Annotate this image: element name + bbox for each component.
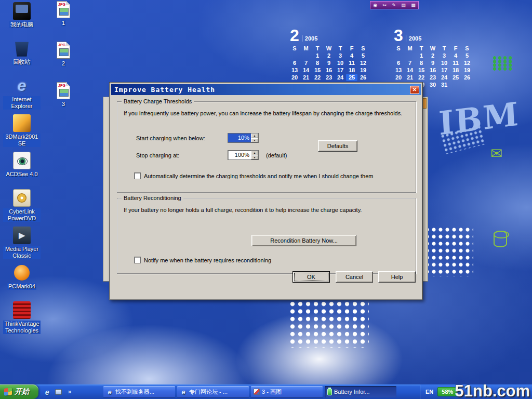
database-cylinder-icon	[494, 231, 507, 247]
camera-icon[interactable]: ◉	[373, 3, 377, 8]
desktop-icon-label: ThinkVantage Technologies	[3, 321, 41, 334]
weekday-label: W	[427, 45, 438, 52]
desktop-icon-powerdvd[interactable]: CyberLink PowerDVD	[3, 189, 41, 222]
reconditioning-description: If your battery no longer holds a full c…	[124, 207, 411, 214]
desktop-icon-3dmark2001[interactable]: 3DMark2001 SE	[3, 114, 41, 147]
calendar-day: 8	[416, 59, 427, 66]
weekday-label: T	[416, 45, 427, 52]
chevron-overflow-icon[interactable]: »	[65, 388, 74, 396]
jpg-badge: JPG	[58, 2, 65, 7]
desktop-icon-thinkvantage[interactable]: ThinkVantage Technologies	[3, 301, 41, 334]
jpg-file-icon[interactable]: JPG1	[57, 1, 70, 26]
calendar-day: 14	[300, 66, 312, 74]
start-button[interactable]: 开始	[0, 384, 38, 399]
reconditioning-group-title: Battery Reconditioning	[122, 195, 183, 202]
auto-determine-checkbox[interactable]	[134, 172, 141, 179]
desktop-icon-mpc[interactable]: ▶Media Player Classic	[3, 227, 41, 259]
pcmark04-icon	[14, 265, 30, 281]
defaults-button[interactable]: Defaults	[318, 140, 357, 152]
scissors-icon[interactable]: ✂	[382, 3, 387, 8]
start-threshold-input[interactable]: 10% ▲ ▼	[228, 133, 259, 143]
recondition-battery-button[interactable]: Recondition Battery Now...	[251, 235, 356, 246]
calendar-day: 31	[438, 81, 450, 88]
calendar-day: 25	[346, 74, 357, 81]
close-button[interactable]: ✕	[410, 86, 419, 94]
desktop-icon-recycle-bin[interactable]: 回收站	[3, 39, 41, 65]
taskbar-task[interactable]: 3 - 画图	[251, 386, 323, 397]
desktop-icon-label: ACDSee 4.0	[5, 171, 38, 178]
weekday-label: M	[300, 45, 312, 52]
taskbar-task[interactable]: Battery Infor...	[325, 386, 396, 397]
calendar-week-row: 6789101112	[393, 59, 475, 66]
desktop-icon-acdsee[interactable]: ACDSee 4.0	[3, 152, 41, 178]
calendar-year: 2005	[302, 35, 317, 42]
spin-up-button[interactable]: ▲	[251, 134, 258, 138]
weekday-label: T	[438, 45, 450, 52]
calendar-week-row: 12345	[393, 52, 475, 59]
default-note: (default)	[266, 152, 287, 158]
jpg-file-icon[interactable]: JPG2	[57, 42, 70, 67]
battery-icon	[327, 389, 332, 395]
calendar-day: 9	[323, 59, 335, 66]
desktop-icon-label: Media Player Classic	[3, 246, 41, 259]
grid-decoration-icon	[493, 56, 513, 71]
wallpaper-dots-center	[290, 301, 369, 348]
show-desktop-icon[interactable]	[55, 389, 62, 395]
spin-down-button[interactable]: ▼	[251, 155, 258, 160]
taskbar: 开始 e » e找不到服务器...e专门网论坛 - ...3 - 画图Batte…	[0, 384, 532, 399]
calendar-week-row: 20212223242526	[393, 74, 475, 81]
weekday-label: T	[335, 45, 346, 52]
thresholds-description: If you infrequently use battery power, y…	[124, 110, 411, 117]
desktop-icon-internet-explorer[interactable]: eInternet Explorer	[3, 77, 41, 110]
calendar-day: 15	[312, 66, 323, 74]
taskbar-task[interactable]: e找不到服务器...	[103, 386, 175, 397]
stop-threshold-input[interactable]: 100% ▲ ▼	[228, 150, 259, 160]
cancel-button[interactable]: Cancel	[336, 271, 373, 283]
task-label: Battery Infor...	[334, 389, 369, 395]
ok-button[interactable]: OK	[292, 271, 330, 283]
desktop-icon-pcmark04[interactable]: PCMark04	[3, 264, 41, 290]
stop-charging-label: Stop charging at:	[136, 152, 179, 158]
calendar-day: 14	[404, 66, 416, 74]
calendar-day: 30	[427, 81, 438, 88]
taskbar-task[interactable]: e专门网论坛 - ...	[177, 386, 249, 397]
paint-icon	[254, 389, 260, 395]
ie-quicklaunch-icon[interactable]: e	[43, 388, 51, 396]
ie-icon: e	[180, 388, 187, 395]
spin-up-button[interactable]: ▲	[251, 151, 258, 155]
calendar-day: 16	[427, 66, 438, 74]
calendar-week-row: 6789101112	[289, 59, 371, 66]
help-button[interactable]: Help	[378, 271, 416, 283]
spin-down-button[interactable]: ▼	[251, 138, 258, 143]
mpc-icon: ▶	[13, 227, 31, 244]
calendar-day: 23	[427, 74, 438, 81]
calendar-day: 24	[335, 74, 346, 81]
grid-icon[interactable]: ▦	[411, 3, 416, 8]
calendar-month-number: 2	[290, 28, 299, 43]
recycle-bin-icon	[13, 39, 31, 57]
weekday-label: F	[450, 45, 461, 52]
calendar-day	[450, 81, 461, 88]
calendar-day	[300, 52, 312, 59]
calendar-day: 26	[357, 74, 369, 81]
desktop-icon-my-computer[interactable]: 我的电脑	[3, 2, 41, 28]
dialog-titlebar[interactable]: Improve Battery Health ✕	[111, 84, 421, 95]
jpg-badge: JPG	[58, 43, 65, 47]
calendar-day	[461, 81, 473, 88]
auto-determine-row: Automatically determine the charging thr…	[134, 172, 373, 179]
jpg-icon: JPG	[57, 1, 70, 18]
capture-toolbar[interactable]: ◉ ✂ ✎ ▤ ▦	[370, 1, 419, 9]
notify-reconditioning-checkbox[interactable]	[134, 257, 141, 263]
doc-icon[interactable]: ▤	[401, 3, 406, 8]
start-threshold-value: 10%	[228, 134, 251, 142]
pen-icon[interactable]: ✎	[392, 3, 396, 8]
jpg-file-icon[interactable]: JPG3	[57, 82, 70, 108]
weekday-label: W	[323, 45, 335, 52]
battery-health-dialog: Improve Battery Health ✕ Battery Charge …	[109, 82, 423, 300]
jpg-file-column: JPG1JPG2JPG3	[52, 1, 75, 123]
weekday-label: S	[461, 45, 473, 52]
my-computer-icon	[13, 2, 31, 20]
language-indicator[interactable]: EN	[425, 389, 433, 395]
calendar-day: 10	[335, 59, 346, 66]
watermark: 51nb.com	[455, 382, 530, 399]
